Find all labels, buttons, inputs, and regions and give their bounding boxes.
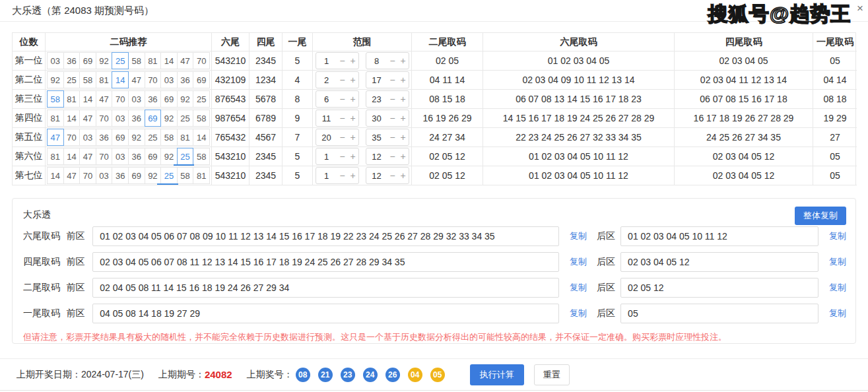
num-cell[interactable]: 81 — [177, 129, 194, 146]
num-cell[interactable]: 92 — [47, 71, 64, 88]
num-cell[interactable]: 70 — [96, 148, 113, 165]
plus-icon[interactable]: + — [348, 170, 358, 181]
minus-icon[interactable]: − — [337, 94, 348, 104]
num-cell[interactable]: 47 — [79, 110, 96, 127]
num-cell[interactable]: 03 — [128, 90, 145, 108]
num-cell[interactable]: 92 — [160, 148, 178, 165]
num-cell[interactable]: 25 — [63, 71, 81, 88]
num-cell[interactable]: 70 — [112, 90, 129, 108]
num-cell[interactable]: 92 — [160, 110, 178, 127]
plus-icon[interactable]: + — [348, 75, 358, 85]
copy-front-link[interactable]: 复制 — [570, 256, 587, 268]
num-cell[interactable]: 69 — [145, 110, 162, 127]
num-cell[interactable]: 81 — [145, 52, 162, 69]
minus-icon[interactable]: − — [387, 151, 398, 162]
minus-icon[interactable]: − — [337, 75, 348, 85]
reset-button[interactable]: 重置 — [534, 364, 570, 385]
front-zone-input[interactable] — [92, 304, 559, 323]
num-cell[interactable]: 36 — [128, 110, 145, 127]
num-cell[interactable]: 58 — [128, 52, 145, 69]
plus-icon[interactable]: + — [348, 113, 358, 123]
run-calculation-button[interactable]: 执行计算 — [470, 364, 524, 385]
minus-icon[interactable]: − — [387, 55, 398, 66]
plus-icon[interactable]: + — [398, 132, 409, 143]
back-zone-input[interactable] — [620, 304, 818, 323]
num-cell[interactable]: 47 — [63, 167, 81, 184]
copy-back-link[interactable]: 复制 — [829, 256, 846, 268]
num-cell[interactable]: 47 — [96, 90, 113, 108]
num-cell[interactable]: 36 — [63, 52, 81, 69]
plus-icon[interactable]: + — [348, 151, 358, 162]
minus-icon[interactable]: − — [387, 170, 398, 181]
copy-back-link[interactable]: 复制 — [829, 282, 846, 294]
back-zone-input[interactable] — [620, 226, 818, 246]
num-cell[interactable]: 03 — [47, 52, 64, 69]
minus-icon[interactable]: − — [387, 113, 398, 123]
num-cell[interactable]: 25 — [177, 110, 194, 127]
minus-icon[interactable]: − — [387, 94, 398, 104]
num-cell[interactable]: 47 — [177, 52, 194, 69]
num-cell[interactable]: 70 — [79, 167, 96, 184]
minus-icon[interactable]: − — [387, 75, 398, 85]
num-cell[interactable]: 69 — [160, 90, 178, 108]
plus-icon[interactable]: + — [398, 170, 409, 181]
back-zone-input[interactable] — [620, 252, 818, 272]
num-cell[interactable]: 81 — [47, 110, 64, 127]
minus-icon[interactable]: − — [337, 132, 348, 143]
num-cell[interactable]: 03 — [112, 110, 129, 127]
num-cell[interactable]: 14 — [193, 129, 210, 146]
minus-icon[interactable]: − — [337, 113, 348, 123]
num-cell[interactable]: 47 — [47, 129, 64, 146]
num-cell[interactable]: 03 — [112, 148, 129, 165]
num-cell[interactable]: 14 — [79, 90, 96, 108]
num-cell[interactable]: 69 — [128, 167, 145, 184]
num-cell[interactable]: 69 — [193, 71, 210, 88]
num-cell[interactable]: 03 — [79, 129, 96, 146]
plus-icon[interactable]: + — [398, 75, 409, 85]
num-cell[interactable]: 25 — [145, 129, 162, 146]
num-cell[interactable]: 81 — [63, 90, 81, 108]
num-cell[interactable]: 14 — [63, 110, 81, 127]
num-cell[interactable]: 03 — [96, 167, 113, 184]
plus-icon[interactable]: + — [398, 55, 409, 66]
minus-icon[interactable]: − — [387, 132, 398, 143]
num-cell[interactable]: 70 — [63, 129, 81, 146]
front-zone-input[interactable] — [92, 226, 559, 246]
num-cell[interactable]: 69 — [145, 148, 162, 165]
num-cell[interactable]: 36 — [177, 71, 194, 88]
num-cell[interactable]: 36 — [96, 129, 113, 146]
plus-icon[interactable]: + — [398, 151, 409, 162]
num-cell[interactable]: 03 — [160, 71, 178, 88]
num-cell[interactable]: 92 — [177, 90, 194, 108]
front-zone-input[interactable] — [92, 278, 559, 298]
num-cell[interactable]: 25 — [112, 52, 129, 69]
copy-back-link[interactable]: 复制 — [829, 308, 846, 319]
copy-front-link[interactable]: 复制 — [570, 308, 587, 319]
num-cell[interactable]: 36 — [145, 90, 162, 108]
num-cell[interactable]: 92 — [96, 52, 113, 69]
num-cell[interactable]: 25 — [177, 148, 194, 165]
num-cell[interactable]: 36 — [128, 148, 145, 165]
plus-icon[interactable]: + — [348, 55, 358, 66]
num-cell[interactable]: 58 — [47, 90, 64, 108]
num-cell[interactable]: 70 — [96, 110, 113, 127]
num-cell[interactable]: 58 — [177, 167, 194, 184]
plus-icon[interactable]: + — [348, 94, 358, 104]
num-cell[interactable]: 58 — [193, 148, 210, 165]
minus-icon[interactable]: − — [337, 55, 348, 66]
minus-icon[interactable]: − — [337, 151, 348, 162]
num-cell[interactable]: 92 — [128, 129, 145, 146]
num-cell[interactable]: 58 — [79, 71, 96, 88]
plus-icon[interactable]: + — [398, 113, 409, 123]
copy-all-button[interactable]: 整体复制 — [795, 207, 846, 225]
copy-front-link[interactable]: 复制 — [570, 282, 587, 294]
num-cell[interactable]: 14 — [112, 71, 129, 88]
front-zone-input[interactable] — [92, 252, 559, 272]
copy-front-link[interactable]: 复制 — [570, 230, 587, 242]
num-cell[interactable]: 92 — [145, 167, 162, 184]
num-cell[interactable]: 70 — [145, 71, 162, 88]
num-cell[interactable]: 58 — [193, 110, 210, 127]
plus-icon[interactable]: + — [398, 94, 409, 104]
close-icon[interactable]: × — [857, 3, 863, 14]
back-zone-input[interactable] — [620, 278, 818, 298]
